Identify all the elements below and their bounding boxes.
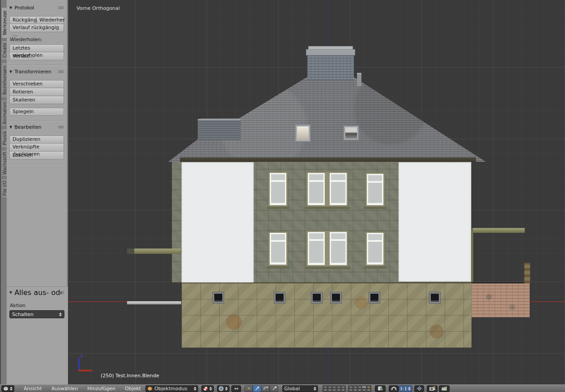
layer-toggle[interactable] <box>336 388 341 392</box>
manipulator-scale-icon[interactable] <box>270 385 278 392</box>
scale-button[interactable]: Skalieren <box>9 96 64 104</box>
layer-toggle[interactable] <box>341 388 345 392</box>
dropdown-stepper-icon[interactable] <box>59 312 62 316</box>
menu-objekt[interactable]: Objekt <box>125 386 141 392</box>
white-blende-panel-left[interactable] <box>182 162 254 282</box>
facade-window-double[interactable] <box>306 171 348 207</box>
house-chimney-cap[interactable] <box>306 49 355 55</box>
facade-window[interactable] <box>268 171 288 207</box>
basement-window[interactable] <box>369 292 380 303</box>
menu-hinzufuegen[interactable]: Hinzufügen <box>87 386 115 392</box>
rotate-button[interactable]: Rotieren <box>9 88 64 96</box>
opengl-render-anim-button[interactable] <box>439 385 450 392</box>
layers-widget <box>323 385 371 392</box>
layer-toggle[interactable] <box>362 388 366 392</box>
duplicate-button[interactable]: Duplizieren <box>9 135 64 143</box>
mode-dropdown[interactable]: Objektmodus <box>145 385 198 392</box>
basement-window[interactable] <box>274 292 285 303</box>
basement-window[interactable] <box>330 292 342 303</box>
panel-grip-icon[interactable] <box>58 126 64 129</box>
layer-toggle[interactable] <box>366 388 371 392</box>
move-button[interactable]: Verschieben <box>9 80 64 88</box>
shading-stepper-icon[interactable] <box>209 387 212 391</box>
facade-window[interactable] <box>365 172 385 207</box>
layer-group-1[interactable] <box>323 385 346 392</box>
opengl-render-anim-icon <box>441 386 448 391</box>
facade-window-double[interactable] <box>306 230 348 267</box>
mode-stepper-icon[interactable] <box>194 387 196 391</box>
panel-header-transformieren[interactable]: ▼ Transformieren <box>9 68 64 75</box>
brick-wall-block[interactable] <box>472 282 530 317</box>
panel-header-bearbeiten[interactable]: ▼ Bearbeiten <box>9 124 64 130</box>
snap-stepper-icon[interactable] <box>408 387 411 391</box>
ledge-right-olive[interactable] <box>472 228 525 233</box>
mirror-button[interactable]: Spiegeln <box>9 108 64 116</box>
manipulator-translate-icon[interactable] <box>253 385 261 392</box>
snap-element-dropdown[interactable] <box>399 385 412 392</box>
basement-window[interactable] <box>429 292 441 303</box>
lock-to-scene-toggle[interactable] <box>375 385 386 392</box>
panel-header-protokol[interactable]: ▼ Protokol <box>9 4 64 11</box>
roof-window[interactable] <box>344 126 359 140</box>
redo-button[interactable]: Wiederher <box>37 16 64 24</box>
house-basement-stone[interactable] <box>182 282 472 348</box>
layer-toggle[interactable] <box>357 388 362 392</box>
orientation-dropdown[interactable]: Global <box>282 385 318 392</box>
ledge-right-vertical-strip[interactable] <box>471 229 473 282</box>
house-roof-antenna[interactable] <box>326 86 327 105</box>
house-roof-dormer[interactable] <box>198 119 241 140</box>
ledge-left-grey[interactable] <box>127 301 181 304</box>
axis-gizmo-z-label: z <box>81 353 83 358</box>
collapse-triangle-icon: ▼ <box>9 125 12 129</box>
layer-toggle[interactable] <box>327 388 332 392</box>
opengl-render-camera-icon <box>429 386 436 391</box>
undo-button[interactable]: Rückgäng <box>9 16 37 24</box>
house-chimney-cap-plate[interactable] <box>308 46 353 50</box>
roof-window[interactable] <box>295 125 310 142</box>
panel-grip-icon[interactable] <box>58 6 64 9</box>
snap-target-button[interactable] <box>414 385 424 392</box>
snap-toggle[interactable] <box>389 385 399 392</box>
viewport-shading-dropdown[interactable] <box>201 385 214 392</box>
house-roof[interactable] <box>168 72 486 163</box>
panel-grip-icon[interactable] <box>58 70 64 73</box>
snap-target-icon <box>416 386 422 391</box>
layer-toggle[interactable] <box>332 388 336 392</box>
snap-element-icon <box>400 386 407 391</box>
editor-type-selector[interactable] <box>1 385 14 392</box>
house-chimney[interactable] <box>307 55 354 80</box>
basement-window[interactable] <box>212 292 224 303</box>
pivot-stepper-icon[interactable] <box>225 387 228 391</box>
manipulate-centers-toggle[interactable]: ↔ <box>231 385 241 392</box>
house-roof-pipe[interactable] <box>357 73 361 86</box>
collapse-triangle-icon: ▼ <box>9 70 12 74</box>
operator-panel-header[interactable]: ▼ Alles aus- oder abwähle <box>9 289 64 295</box>
ledge-left-olive[interactable] <box>127 249 181 254</box>
viewport-3d[interactable]: Vorne Orthogonal (250) Test.Innen.Blende… <box>68 0 565 384</box>
layer-toggle[interactable] <box>323 388 327 392</box>
undo-history-button[interactable]: Verlauf rückgängig ... <box>9 24 64 32</box>
side-pillar-stub[interactable] <box>524 263 530 283</box>
action-label: Aktion <box>10 303 64 308</box>
orientation-stepper-icon[interactable] <box>314 387 316 391</box>
menu-ansicht[interactable]: Ansicht <box>24 386 42 392</box>
layer-toggle[interactable] <box>348 388 353 392</box>
manipulator-rotate-icon[interactable] <box>261 385 270 392</box>
panel-grip-icon[interactable] <box>61 291 64 294</box>
editor-type-stepper-icon[interactable] <box>10 387 13 391</box>
duplicate-linked-button[interactable]: Verknüpfte duplizieren <box>9 143 64 152</box>
facade-window[interactable] <box>365 231 385 266</box>
facade-window[interactable] <box>268 231 288 266</box>
white-blende-panel-right[interactable] <box>399 162 471 282</box>
layer-group-2[interactable] <box>348 385 371 392</box>
menu-auswaehlen[interactable]: Auswählen <box>51 386 78 392</box>
layer-toggle[interactable] <box>353 388 357 392</box>
basement-window[interactable] <box>311 292 323 303</box>
panel-separator <box>8 164 66 165</box>
opengl-render-button[interactable] <box>427 385 438 392</box>
pivot-point-dropdown[interactable] <box>217 385 229 392</box>
manipulator-axis-icon[interactable] <box>244 385 253 392</box>
repeat-last-button[interactable]: Letztes wiederholen <box>9 44 64 52</box>
action-dropdown[interactable]: Schalten <box>9 310 64 318</box>
transform-manipulator-group <box>244 385 278 392</box>
